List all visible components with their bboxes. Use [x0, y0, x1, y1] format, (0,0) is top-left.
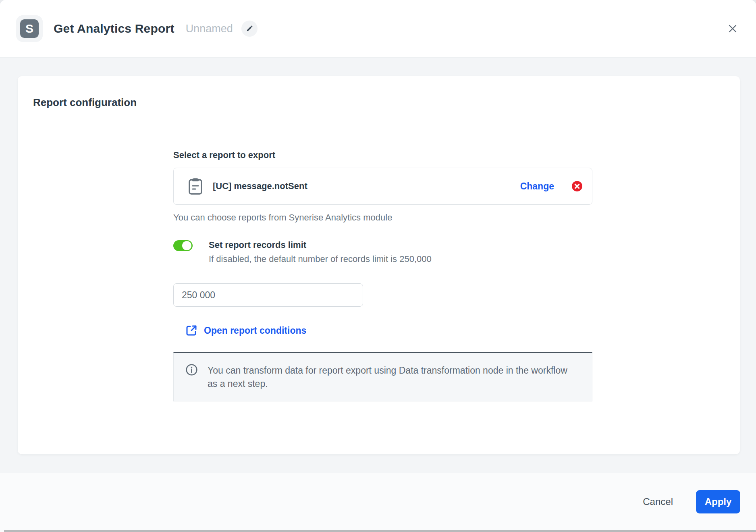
synerise-logo-icon: S [20, 19, 39, 38]
cancel-button[interactable]: Cancel [643, 492, 673, 511]
info-note-text: You can transform data for report export… [208, 364, 576, 390]
node-name-label: Unnamed [186, 23, 233, 35]
open-report-conditions-label: Open report conditions [204, 325, 306, 336]
selected-report-box: [UC] message.notSent Change [173, 168, 592, 205]
selected-report-name: [UC] message.notSent [213, 181, 307, 191]
close-icon [728, 24, 737, 33]
remove-report-button[interactable] [571, 181, 583, 192]
records-limit-label: Set report records limit [209, 240, 432, 250]
apply-button[interactable]: Apply [696, 490, 740, 513]
report-helper-text: You can choose reports from Synerise Ana… [173, 212, 592, 223]
remove-circle-icon [571, 181, 583, 192]
modal-footer: Cancel Apply [0, 473, 756, 532]
card-content: Select a report to export [UC] message.n… [173, 150, 592, 401]
toggle-knob [182, 241, 191, 250]
info-icon [186, 364, 197, 376]
records-limit-row: Set report records limit If disabled, th… [173, 240, 592, 264]
modal-header: S Get Analytics Report Unnamed [0, 0, 756, 58]
records-limit-input[interactable] [173, 283, 363, 307]
bottom-edge-strip [4, 530, 756, 532]
change-report-button[interactable]: Change [520, 181, 554, 192]
records-limit-toggle[interactable] [173, 240, 193, 251]
clipboard-icon [189, 178, 202, 195]
toggle-texts: Set report records limit If disabled, th… [209, 240, 432, 264]
report-select-label: Select a report to export [173, 150, 592, 160]
info-note: You can transform data for report export… [173, 352, 592, 401]
close-button[interactable] [725, 21, 740, 36]
report-configuration-card: Report configuration Select a report to … [18, 76, 740, 454]
external-link-icon [186, 325, 197, 336]
rename-button[interactable] [241, 21, 258, 37]
get-analytics-report-modal: S Get Analytics Report Unnamed Report co [0, 0, 756, 532]
app-icon: S [16, 15, 43, 42]
pencil-icon [246, 25, 253, 32]
modal-title: Get Analytics Report [54, 22, 174, 35]
section-title: Report configuration [33, 96, 137, 109]
open-report-conditions-link[interactable]: Open report conditions [186, 325, 306, 336]
records-limit-description: If disabled, the default number of recor… [209, 254, 432, 264]
